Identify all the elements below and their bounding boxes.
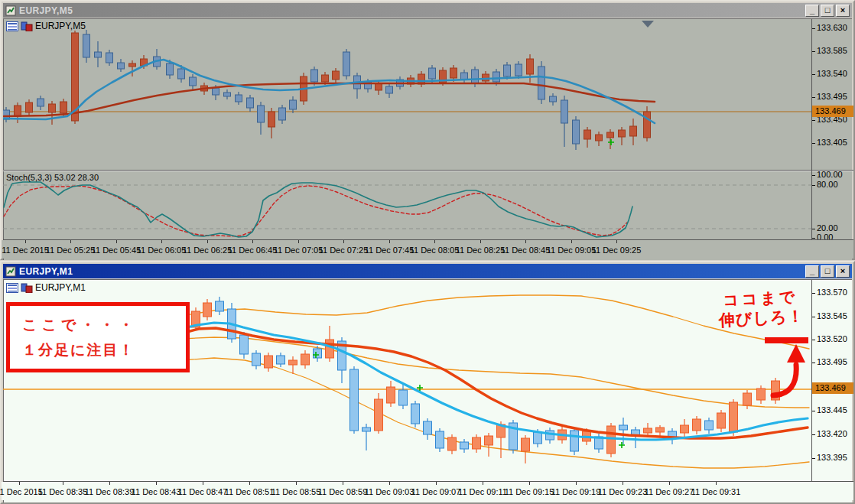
stoch-main-line [4, 182, 632, 237]
candle-body [240, 335, 249, 354]
minimize-button[interactable]: _ [805, 265, 819, 278]
candle-body [290, 100, 297, 109]
candle-body [216, 301, 224, 311]
candle-body [644, 428, 652, 433]
time-tick-label: 11 Dec 09:27 [645, 487, 694, 496]
price-tick-label: 133.585 [817, 46, 847, 55]
chart-window-icon [5, 5, 16, 16]
price-tick-label: 133.395 [817, 453, 847, 462]
bars-panel-icon [21, 283, 33, 293]
m1-titlebar[interactable]: EURJPY,M1 _ □ × [3, 264, 852, 278]
time-tick-label: 11 Dec 07:25 [319, 245, 369, 255]
time-tick-label: 11 Dec 07:05 [274, 245, 323, 255]
price-tick-label: 133.520 [817, 334, 847, 343]
time-tick-label: 11 Dec 08:55 [271, 487, 321, 496]
candle-body [730, 402, 738, 432]
time-tick-label: 11 Dec 06:05 [137, 245, 187, 255]
time-tick-label: 11 Dec 08:47 [178, 487, 228, 496]
time-tick-label: 11 Dec 09:25 [592, 245, 642, 255]
candle-body [411, 404, 420, 424]
arrow-tail [773, 365, 796, 395]
arrow-head-icon [787, 344, 805, 363]
candle-body [203, 303, 212, 317]
candle-body [106, 53, 113, 63]
candle-body [619, 130, 626, 137]
candle-body [504, 65, 511, 76]
time-tick-label: 11 Dec 08:43 [132, 487, 181, 496]
close-button[interactable]: × [836, 5, 850, 17]
maximize-button[interactable]: □ [821, 5, 834, 17]
price-tick-label: 20.00 [817, 223, 838, 232]
time-tick-label: 11 Dec 08:05 [410, 245, 460, 255]
price-tick [812, 143, 815, 144]
time-tick-label: 11 Dec 06:45 [228, 245, 278, 255]
time-tick [576, 482, 577, 485]
minimize-button[interactable]: _ [805, 5, 819, 17]
m5-price-chart-canvas[interactable] [3, 19, 811, 170]
candle-body [538, 67, 545, 99]
time-tick [252, 240, 253, 243]
time-tick [716, 482, 717, 485]
candle-body [573, 120, 580, 144]
m5-titlebar[interactable]: EURJPY,M5 _ □ × [3, 3, 852, 18]
time-tick [25, 240, 26, 243]
candle-body [473, 437, 481, 449]
time-tick [161, 240, 162, 243]
candle-body [277, 356, 285, 364]
time-tick-label: 11 Dec 05:25 [46, 245, 96, 255]
candle-body [561, 100, 568, 123]
close-button[interactable]: × [836, 265, 850, 278]
candle-body [399, 390, 408, 405]
time-tick [529, 482, 530, 485]
annotation-callout-box[interactable]: ここで・・・ １分足に注目！ [6, 302, 190, 372]
price-tick-label: 133.445 [817, 405, 847, 415]
maximize-button[interactable]: □ [821, 265, 834, 278]
candle-body [607, 132, 614, 138]
time-tick-label: 11 Dec 09:07 [411, 487, 461, 496]
annotation-target-note[interactable]: ココまで 伸びしろ！ [704, 286, 818, 331]
time-tick [389, 240, 390, 243]
time-tick-label: 11 Dec 09:19 [551, 487, 601, 496]
time-tick [109, 482, 110, 485]
time-tick-label: 11 Dec 09:23 [598, 487, 648, 496]
m1-time-axis[interactable]: 11 Dec 201511 Dec 08:3511 Dec 08:3911 De… [2, 482, 853, 500]
candle-body [26, 102, 33, 112]
candle-body [429, 68, 436, 79]
candle-body [681, 425, 689, 433]
time-tick [480, 240, 481, 243]
candle-body [118, 63, 125, 69]
candle-body [460, 442, 469, 449]
current-price-badge: 133.469 [812, 106, 853, 117]
m5-price-scale[interactable]: 133.630133.585133.540133.495133.450133.4… [812, 19, 853, 239]
ma-fast-line [4, 60, 655, 123]
candle-body [224, 93, 231, 96]
m1-price-scale[interactable]: 133.570133.545133.520133.495133.445133.4… [812, 280, 853, 481]
candle-body [333, 71, 340, 80]
envelope-lower-line [181, 358, 809, 468]
candle-body [301, 354, 310, 365]
price-tick [812, 51, 815, 52]
time-tick [298, 240, 299, 243]
time-tick [249, 482, 250, 485]
time-tick-label: 11 Dec 08:59 [318, 487, 368, 496]
chart-window-icon [5, 266, 16, 277]
time-tick [343, 482, 343, 485]
time-tick [571, 240, 572, 243]
candle-body [95, 52, 102, 57]
candle-body [60, 102, 67, 113]
candle-body [522, 438, 530, 451]
time-tick [525, 240, 526, 243]
m1-chart-label: EURJPY,M1 [35, 282, 86, 293]
ohlc-panel-icon [6, 283, 18, 293]
m5-stochastic-canvas[interactable] [3, 171, 811, 239]
candle-body [717, 413, 726, 428]
candle-body [83, 34, 90, 57]
m5-time-axis[interactable]: 11 Dec 201511 Dec 05:2511 Dec 05:4511 De… [2, 240, 853, 259]
callout-text-line2: １分足に注目！ [22, 340, 186, 360]
time-tick-label: 11 Dec 09:31 [691, 487, 741, 496]
annotation-arrow[interactable] [769, 335, 814, 400]
candle-body [607, 426, 616, 454]
candle-body [49, 104, 56, 112]
candle-body [213, 88, 219, 95]
signal-plus-marker [619, 442, 625, 448]
